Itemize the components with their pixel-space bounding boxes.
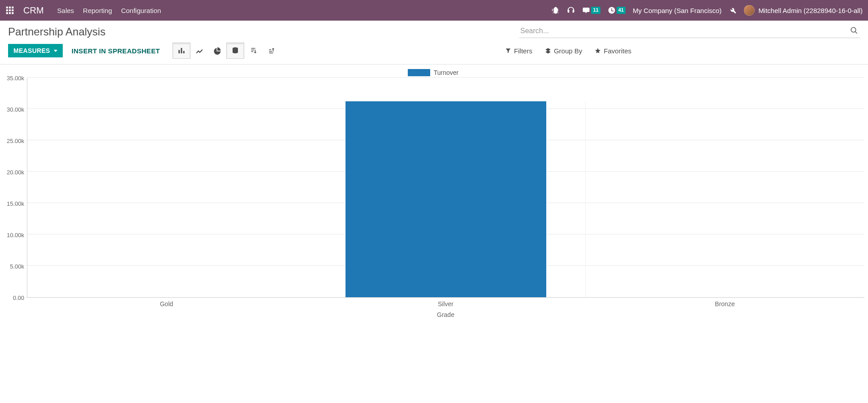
- svg-rect-8: [12, 12, 13, 14]
- sort-asc-icon[interactable]: [262, 43, 280, 59]
- page-title: Partnership Analysis: [8, 26, 105, 38]
- y-tick-label: 35.00k: [7, 75, 24, 82]
- y-tick-label: 20.00k: [7, 169, 24, 176]
- activities-badge: 41: [617, 7, 626, 13]
- svg-rect-3: [6, 9, 8, 11]
- svg-rect-9: [178, 50, 180, 54]
- svg-rect-11: [183, 51, 185, 53]
- nav-link-reporting[interactable]: Reporting: [82, 5, 113, 16]
- activities-icon[interactable]: 41: [608, 6, 626, 14]
- x-tick-label: Gold: [27, 298, 306, 308]
- search-input[interactable]: [519, 25, 848, 37]
- debug-icon[interactable]: [552, 6, 560, 14]
- measures-button-label: MEASURES: [13, 47, 50, 54]
- filter-icon: [505, 48, 511, 54]
- svg-rect-5: [12, 9, 13, 11]
- svg-rect-10: [181, 48, 182, 53]
- svg-rect-6: [6, 12, 8, 14]
- line-chart-icon[interactable]: [190, 43, 208, 59]
- chart-type-toolbar: [173, 43, 280, 59]
- sort-desc-icon[interactable]: [244, 43, 262, 59]
- stacked-icon[interactable]: [226, 43, 244, 59]
- user-menu[interactable]: Mitchell Admin (22828940-16-0-all): [744, 5, 863, 16]
- apps-icon[interactable]: [5, 6, 14, 15]
- y-axis: 0.005.00k10.00k15.00k20.00k25.00k30.00k3…: [2, 78, 27, 298]
- messages-badge: 11: [591, 7, 600, 13]
- layers-icon: [545, 48, 551, 54]
- measures-button[interactable]: MEASURES: [8, 44, 63, 57]
- y-tick-label: 0.00: [13, 295, 24, 301]
- chart-container: Turnover 0.005.00k10.00k15.00k20.00k25.0…: [0, 65, 868, 323]
- top-navbar: CRM Sales Reporting Configuration 11 41 …: [0, 0, 868, 21]
- svg-rect-0: [6, 7, 8, 9]
- search-icon[interactable]: [848, 26, 860, 37]
- messages-icon[interactable]: 11: [582, 6, 600, 14]
- svg-rect-1: [9, 7, 11, 9]
- search-bar[interactable]: [519, 25, 860, 38]
- star-icon: [595, 48, 601, 54]
- filters-button[interactable]: Filters: [505, 47, 532, 55]
- chart-band: [307, 101, 586, 297]
- y-tick-label: 10.00k: [7, 232, 24, 238]
- user-name: Mitchell Admin (22828940-16-0-all): [758, 7, 863, 14]
- navbar-left: CRM Sales Reporting Configuration: [5, 5, 162, 16]
- navbar-right: 11 41 My Company (San Francisco) Mitchel…: [552, 5, 863, 16]
- svg-rect-4: [9, 9, 11, 11]
- legend-label: Turnover: [434, 69, 459, 76]
- search-options: Filters Group By Favorites: [505, 47, 860, 55]
- pie-chart-icon[interactable]: [208, 43, 226, 59]
- svg-rect-7: [9, 12, 11, 14]
- y-tick-label: 25.00k: [7, 138, 24, 144]
- company-switcher[interactable]: My Company (San Francisco): [633, 7, 721, 14]
- avatar: [744, 5, 755, 16]
- plot-area: [27, 78, 864, 298]
- caret-down-icon: [54, 50, 57, 52]
- y-tick-label: 30.00k: [7, 106, 24, 113]
- settings-tools-icon[interactable]: [729, 6, 737, 14]
- x-axis-label: Grade: [27, 311, 864, 318]
- gridline: [27, 77, 864, 78]
- x-tick-label: Bronze: [585, 298, 864, 308]
- favorites-label: Favorites: [604, 47, 631, 55]
- filters-label: Filters: [514, 47, 532, 55]
- brand-title[interactable]: CRM: [23, 5, 44, 16]
- chart-bar[interactable]: [345, 101, 546, 297]
- insert-spreadsheet-button[interactable]: INSERT IN SPREADSHEET: [72, 47, 160, 55]
- x-axis: GoldSilverBronze: [27, 298, 864, 308]
- svg-rect-2: [12, 7, 13, 9]
- groupby-label: Group By: [554, 47, 582, 55]
- x-tick-label: Silver: [306, 298, 585, 308]
- y-tick-label: 15.00k: [7, 200, 24, 207]
- chart-legend: Turnover: [2, 69, 864, 76]
- control-panel: Partnership Analysis MEASURES INSERT IN …: [0, 21, 868, 65]
- y-tick-label: 5.00k: [10, 263, 24, 270]
- nav-link-configuration[interactable]: Configuration: [120, 5, 162, 16]
- groupby-button[interactable]: Group By: [545, 47, 582, 55]
- favorites-button[interactable]: Favorites: [595, 47, 631, 55]
- nav-link-sales[interactable]: Sales: [56, 5, 75, 16]
- bar-chart-icon[interactable]: [173, 43, 190, 59]
- support-icon[interactable]: [567, 6, 575, 14]
- legend-swatch: [408, 69, 430, 76]
